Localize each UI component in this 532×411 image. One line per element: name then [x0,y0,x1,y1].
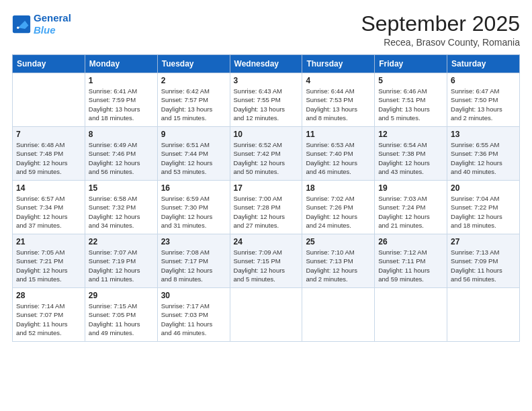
day-number: 16 [161,183,226,193]
calendar-cell: 12Sunrise: 6:54 AMSunset: 7:38 PMDayligh… [375,127,447,181]
day-number: 26 [378,237,443,246]
cell-text: Sunrise: 7:05 AMSunset: 7:21 PMDaylight:… [16,248,81,283]
month-title: September 2025 [361,12,520,36]
cell-text: Sunrise: 7:12 AMSunset: 7:11 PMDaylight:… [378,248,443,283]
calendar-cell: 16Sunrise: 6:59 AMSunset: 7:30 PMDayligh… [157,181,230,234]
calendar-cell: 21Sunrise: 7:05 AMSunset: 7:21 PMDayligh… [13,234,85,288]
day-number: 10 [234,130,299,139]
day-number: 27 [451,237,516,246]
cell-text: Sunrise: 7:15 AMSunset: 7:05 PMDaylight:… [89,302,154,337]
week-row-4: 21Sunrise: 7:05 AMSunset: 7:21 PMDayligh… [13,234,520,288]
cell-text: Sunrise: 6:43 AMSunset: 7:55 PMDaylight:… [234,87,299,122]
cell-text: Sunrise: 7:17 AMSunset: 7:03 PMDaylight:… [161,302,226,337]
calendar-cell: 13Sunrise: 6:55 AMSunset: 7:36 PMDayligh… [447,127,520,181]
cell-text: Sunrise: 6:42 AMSunset: 7:57 PMDaylight:… [161,87,226,122]
day-number: 4 [306,76,371,85]
day-number: 20 [451,183,516,193]
cell-text: Sunrise: 6:59 AMSunset: 7:30 PMDaylight:… [161,194,226,230]
calendar-page: General Blue September 2025 Recea, Braso… [0,0,532,411]
calendar-cell [13,73,85,127]
calendar-cell: 26Sunrise: 7:12 AMSunset: 7:11 PMDayligh… [375,234,447,288]
week-row-2: 7Sunrise: 6:48 AMSunset: 7:48 PMDaylight… [13,127,520,181]
calendar-cell: 5Sunrise: 6:46 AMSunset: 7:51 PMDaylight… [375,73,447,127]
day-number: 22 [89,237,154,246]
weekday-header-friday: Friday [375,55,447,73]
calendar-cell: 23Sunrise: 7:08 AMSunset: 7:17 PMDayligh… [157,234,230,288]
day-number: 21 [16,237,81,246]
cell-text: Sunrise: 7:03 AMSunset: 7:24 PMDaylight:… [378,194,443,230]
day-number: 29 [89,291,154,300]
calendar-cell: 29Sunrise: 7:15 AMSunset: 7:05 PMDayligh… [85,288,157,342]
calendar-cell: 15Sunrise: 6:58 AMSunset: 7:32 PMDayligh… [85,181,157,234]
calendar-cell: 7Sunrise: 6:48 AMSunset: 7:48 PMDaylight… [13,127,85,181]
calendar-cell: 2Sunrise: 6:42 AMSunset: 7:57 PMDaylight… [157,73,230,127]
weekday-header-sunday: Sunday [13,55,85,73]
cell-text: Sunrise: 7:14 AMSunset: 7:07 PMDaylight:… [16,302,81,337]
cell-text: Sunrise: 6:55 AMSunset: 7:36 PMDaylight:… [451,140,516,176]
cell-text: Sunrise: 6:46 AMSunset: 7:51 PMDaylight:… [378,87,443,122]
calendar-cell: 11Sunrise: 6:53 AMSunset: 7:40 PMDayligh… [302,127,375,181]
title-block: September 2025 Recea, Brasov County, Rom… [361,12,520,48]
weekday-header-row: SundayMondayTuesdayWednesdayThursdayFrid… [13,55,520,73]
day-number: 5 [378,76,443,85]
day-number: 24 [234,237,299,246]
cell-text: Sunrise: 6:44 AMSunset: 7:53 PMDaylight:… [306,87,371,122]
week-row-3: 14Sunrise: 6:57 AMSunset: 7:34 PMDayligh… [13,181,520,234]
cell-text: Sunrise: 6:41 AMSunset: 7:59 PMDaylight:… [89,87,154,122]
calendar-cell: 3Sunrise: 6:43 AMSunset: 7:55 PMDaylight… [230,73,302,127]
calendar-cell: 18Sunrise: 7:02 AMSunset: 7:26 PMDayligh… [302,181,375,234]
cell-text: Sunrise: 7:02 AMSunset: 7:26 PMDaylight:… [306,194,371,230]
day-number: 6 [451,76,516,85]
day-number: 1 [89,76,154,85]
calendar-cell: 14Sunrise: 6:57 AMSunset: 7:34 PMDayligh… [13,181,85,234]
calendar-cell [375,288,447,342]
logo-icon [12,15,31,34]
calendar-cell [447,288,520,342]
cell-text: Sunrise: 6:51 AMSunset: 7:44 PMDaylight:… [161,140,226,176]
calendar-cell: 24Sunrise: 7:09 AMSunset: 7:15 PMDayligh… [230,234,302,288]
day-number: 30 [161,291,226,300]
cell-text: Sunrise: 6:47 AMSunset: 7:50 PMDaylight:… [451,87,516,122]
day-number: 18 [306,183,371,193]
day-number: 28 [16,291,81,300]
day-number: 14 [16,183,81,193]
week-row-5: 28Sunrise: 7:14 AMSunset: 7:07 PMDayligh… [13,288,520,342]
cell-text: Sunrise: 7:09 AMSunset: 7:15 PMDaylight:… [234,248,299,283]
calendar-cell: 25Sunrise: 7:10 AMSunset: 7:13 PMDayligh… [302,234,375,288]
calendar-cell [302,288,375,342]
calendar-cell: 28Sunrise: 7:14 AMSunset: 7:07 PMDayligh… [13,288,85,342]
day-number: 8 [89,130,154,139]
calendar-cell: 6Sunrise: 6:47 AMSunset: 7:50 PMDaylight… [447,73,520,127]
cell-text: Sunrise: 6:54 AMSunset: 7:38 PMDaylight:… [378,140,443,176]
day-number: 25 [306,237,371,246]
cell-text: Sunrise: 6:48 AMSunset: 7:48 PMDaylight:… [16,140,81,176]
cell-text: Sunrise: 7:10 AMSunset: 7:13 PMDaylight:… [306,248,371,283]
day-number: 17 [234,183,299,193]
weekday-header-saturday: Saturday [447,55,520,73]
calendar-cell: 22Sunrise: 7:07 AMSunset: 7:19 PMDayligh… [85,234,157,288]
cell-text: Sunrise: 7:04 AMSunset: 7:22 PMDaylight:… [451,194,516,230]
location-title: Recea, Brasov County, Romania [361,37,520,48]
cell-text: Sunrise: 6:49 AMSunset: 7:46 PMDaylight:… [89,140,154,176]
week-row-1: 1Sunrise: 6:41 AMSunset: 7:59 PMDaylight… [13,73,520,127]
day-number: 7 [16,130,81,139]
cell-text: Sunrise: 7:08 AMSunset: 7:17 PMDaylight:… [161,248,226,283]
weekday-header-monday: Monday [85,55,157,73]
cell-text: Sunrise: 6:58 AMSunset: 7:32 PMDaylight:… [89,194,154,230]
day-number: 23 [161,237,226,246]
calendar-cell: 19Sunrise: 7:03 AMSunset: 7:24 PMDayligh… [375,181,447,234]
logo: General Blue [12,12,71,36]
logo-line1: General [34,12,71,24]
day-number: 19 [378,183,443,193]
cell-text: Sunrise: 7:00 AMSunset: 7:28 PMDaylight:… [234,194,299,230]
weekday-header-thursday: Thursday [302,55,375,73]
day-number: 3 [234,76,299,85]
calendar-table: SundayMondayTuesdayWednesdayThursdayFrid… [12,54,520,342]
calendar-cell: 1Sunrise: 6:41 AMSunset: 7:59 PMDaylight… [85,73,157,127]
weekday-header-wednesday: Wednesday [230,55,302,73]
cell-text: Sunrise: 6:53 AMSunset: 7:40 PMDaylight:… [306,140,371,176]
calendar-cell: 9Sunrise: 6:51 AMSunset: 7:44 PMDaylight… [157,127,230,181]
cell-text: Sunrise: 6:52 AMSunset: 7:42 PMDaylight:… [234,140,299,176]
svg-point-3 [17,27,19,30]
cell-text: Sunrise: 6:57 AMSunset: 7:34 PMDaylight:… [16,194,81,230]
